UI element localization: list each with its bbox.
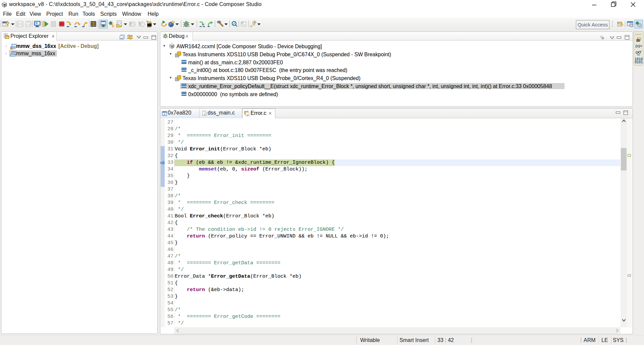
svg-text:.c: .c bbox=[246, 113, 249, 116]
svg-text:!: ! bbox=[11, 48, 12, 50]
svg-text:.c: .c bbox=[203, 113, 206, 116]
svg-text:x=: x= bbox=[637, 54, 640, 56]
svg-text:c: c bbox=[164, 113, 165, 116]
